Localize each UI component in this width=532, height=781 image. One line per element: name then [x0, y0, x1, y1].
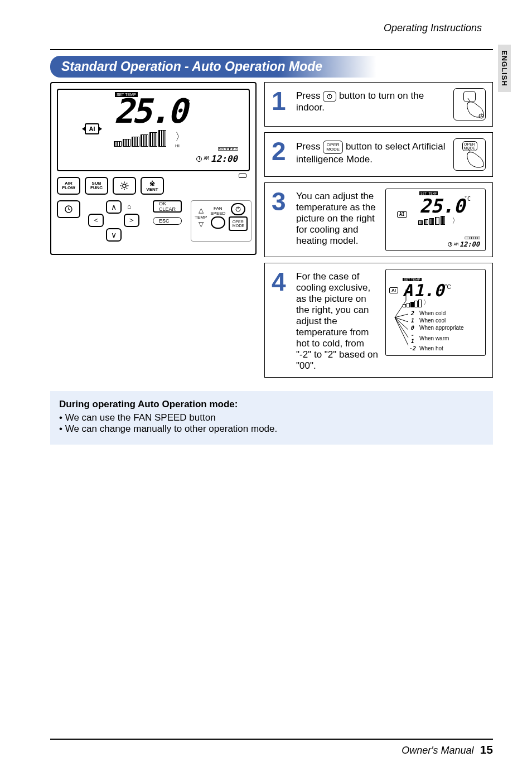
step-text-pre: Press	[296, 90, 323, 101]
power-button[interactable]	[231, 203, 245, 215]
step-text: Press OPER MODE button to select Artific…	[296, 138, 447, 165]
power-icon	[326, 93, 333, 100]
mini-unit: ˚C	[464, 196, 471, 202]
temp-unit: ˚C	[182, 98, 190, 107]
mini-lcd-heatcool: SET TEMP 25.0 ˚C AI 〉 ⊡⊡⊡⊡⊡⊡⊡	[385, 189, 486, 251]
step-number: 2	[272, 138, 289, 164]
temp-readout: 25.0	[114, 94, 186, 128]
oper-mode-button[interactable]: OPER MODE	[229, 216, 248, 231]
vent-icon: ※	[149, 180, 155, 187]
temp-down-icon[interactable]: ▽	[199, 220, 204, 228]
step-number: 3	[272, 189, 289, 214]
am-label: AM	[204, 156, 209, 161]
temp-label: TEMP	[195, 215, 207, 220]
step-number: 4	[272, 269, 289, 295]
clock-time: 12:00	[211, 153, 238, 164]
note-title: During operating Auto Operation mode:	[59, 399, 484, 410]
clock-icon	[448, 242, 452, 247]
power-icon	[235, 206, 241, 213]
remote-lcd: SET TEMP 25.0 ˚C AI 〉 HI ⊡⊡⊡⊡⊡⊡⊡ AM 12:0…	[57, 89, 250, 171]
callout-unit: ˚C	[445, 284, 451, 290]
hand-icon	[462, 97, 485, 119]
home-icon: ⌂	[127, 203, 131, 210]
right-button[interactable]: ＞	[124, 214, 139, 227]
scale-glyph: 2	[408, 310, 416, 316]
note-text: We can change manually to other operatio…	[65, 423, 278, 434]
fan-speed-button[interactable]	[211, 216, 225, 229]
svg-point-0	[123, 184, 126, 187]
hand-icon	[462, 147, 485, 170]
page-footer: Owner's Manual 15	[50, 739, 493, 756]
fan-bars-icon	[114, 130, 166, 147]
clock-icon	[196, 156, 202, 162]
up-button[interactable]: ∧	[106, 200, 122, 214]
press-gesture-icon: OPER MODE	[453, 138, 486, 171]
step-1: 1 Press button to turn on the indoor.	[264, 82, 493, 127]
note-text: We can use the FAN SPEED button	[65, 412, 216, 423]
scale-label: When hot	[419, 345, 443, 351]
mini-temp: 25.0	[419, 195, 465, 217]
scale-label: When cold	[419, 310, 446, 316]
step-text: You can adjust the temperature as the pi…	[296, 189, 379, 247]
page-title: Standard Operation - Auto Operation Mode	[61, 59, 322, 74]
step-text: For the case of cooling exclusive, as th…	[296, 269, 379, 372]
step-number: 1	[272, 88, 289, 114]
scale-row: 1When cool	[408, 317, 482, 324]
mini-time: 12:00	[460, 240, 480, 248]
scale-row: -2When hot	[408, 345, 482, 352]
ai-mode-icon: AI	[397, 211, 407, 218]
vent-button[interactable]: ※ VENT	[141, 177, 164, 195]
esc-button[interactable]: ESC	[153, 217, 182, 225]
weekday-dots-icon: ⊡⊡⊡⊡⊡⊡⊡	[465, 235, 480, 240]
step-text: Press button to turn on the indoor.	[296, 88, 447, 113]
step-4: 4 For the case of cooling exclusive, as …	[264, 263, 493, 378]
fan-hi-label: HI	[175, 143, 180, 148]
note-bullet: • We can change manually to other operat…	[59, 423, 484, 435]
ok-clear-button[interactable]: OK CLEAR	[153, 200, 182, 213]
am-label: AM	[453, 242, 458, 247]
gear-icon	[119, 181, 129, 191]
vent-label: VENT	[146, 187, 158, 192]
temp-up-icon[interactable]: △	[199, 206, 204, 214]
page-title-bar: Standard Operation - Auto Operation Mode	[50, 56, 376, 78]
fan-arrow-icon: 〉	[452, 216, 460, 226]
ai-mode-icon: AI	[85, 123, 99, 134]
airflow-button[interactable]: AIR FLOW	[57, 177, 80, 195]
footer-book: Owner's Manual	[402, 745, 474, 756]
note-bullet: • We can use the FAN SPEED button	[59, 412, 484, 423]
scale-glyph: - 1	[408, 332, 416, 344]
step-text-pre: Press	[296, 141, 323, 152]
timer-button[interactable]	[57, 200, 80, 218]
scale-glyph: 1	[408, 317, 416, 324]
step-3: 3 You can adjust the temperature as the …	[264, 182, 493, 257]
fan-arrow-icon: 〉	[175, 130, 185, 143]
settings-button[interactable]	[113, 177, 136, 195]
fan-arrow-icon: 〉	[423, 298, 430, 307]
down-button[interactable]: ∨	[106, 228, 122, 242]
step-2: 2 Press OPER MODE button to select Artif…	[264, 132, 493, 177]
fanspeed-label: FAN SPEED	[210, 206, 225, 216]
scale-row: 2When cold	[408, 310, 482, 317]
scale-label: When cool	[419, 317, 446, 324]
scale-list: 2When cold 1When cool 0When appropriate …	[408, 310, 482, 352]
footer-page-number: 15	[480, 743, 493, 756]
scale-row: - 1When warm	[408, 331, 482, 345]
remote-illustration: SET TEMP 25.0 ˚C AI 〉 HI ⊡⊡⊡⊡⊡⊡⊡ AM 12:0…	[50, 82, 257, 255]
top-rule	[50, 49, 493, 50]
power-button-inline	[323, 91, 336, 102]
subfunc-button[interactable]: SUB FUNC	[85, 177, 108, 195]
scale-label: When warm	[419, 335, 449, 341]
section-header: Operating Instructions	[384, 22, 482, 34]
opermode-button-inline: OPER MODE	[323, 141, 343, 154]
cooling-scale-callout: AI SET TEMP A 1.0 ˚C	[385, 269, 486, 356]
note-box: During operating Auto Operation mode: • …	[50, 391, 493, 445]
mode-cluster: △ TEMP ▽ FAN SPEED	[191, 200, 252, 242]
ir-led-icon	[239, 173, 246, 178]
callout-value: 1.0	[414, 283, 444, 298]
clock-icon	[64, 205, 73, 214]
scale-label: When appropriate	[419, 325, 464, 331]
left-button[interactable]: ＜	[88, 214, 104, 227]
scale-glyph: -2	[408, 345, 416, 351]
scale-glyph: 0	[408, 325, 416, 331]
scale-row: 0When appropriate	[408, 324, 482, 331]
